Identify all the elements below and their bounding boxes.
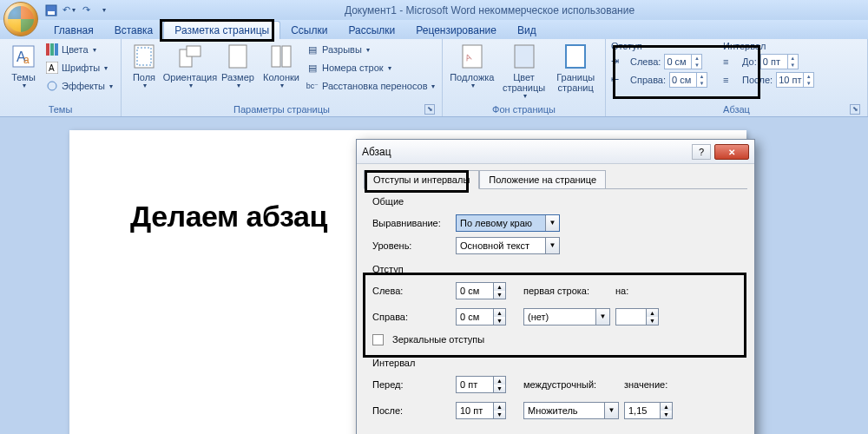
dialog-title: Абзац (362, 146, 692, 158)
svg-rect-17 (282, 46, 291, 67)
tab-mailings[interactable]: Рассылки (338, 22, 405, 39)
level-label: Уровень: (372, 240, 450, 251)
themes-icon: Aa (10, 43, 37, 70)
by-label: на: (615, 286, 650, 296)
page-borders-button[interactable]: Границы страниц (551, 41, 600, 93)
effects-icon (45, 79, 59, 93)
watermark-icon: A (458, 43, 486, 70)
group-label-paragraph: Абзац (723, 104, 750, 115)
theme-fonts-button[interactable]: AШрифты▾ (45, 59, 113, 76)
spacing-after-icon: ≡ (723, 75, 739, 85)
colors-icon (45, 43, 59, 56)
svg-rect-1 (48, 11, 55, 15)
spacing-after-input[interactable]: 10 пт▲▼ (776, 72, 814, 88)
line-spacing-select[interactable]: Множитель▼ (523, 402, 619, 419)
orientation-icon (176, 43, 204, 70)
dialog-close-button[interactable] (714, 144, 749, 160)
spacing-before-input[interactable]: 0 пт▲▼ (760, 54, 799, 69)
svg-rect-20 (515, 45, 534, 68)
tab-page-layout[interactable]: Разметка страницы (163, 21, 280, 39)
dlg-after-label: После: (372, 405, 450, 416)
margins-icon (130, 43, 158, 70)
general-section-label: Общие (372, 196, 739, 207)
theme-colors-button[interactable]: Цвета▾ (45, 41, 113, 58)
dialog-tab-position[interactable]: Положение на странице (479, 170, 606, 189)
dlg-right-label: Справа: (372, 312, 450, 322)
mirror-checkbox[interactable] (372, 334, 384, 345)
mirror-label: Зеркальные отступы (392, 334, 484, 345)
page-setup-launcher[interactable]: ⬊ (424, 104, 435, 115)
group-label-page-setup: Параметры страницы (233, 104, 330, 115)
line-numbers-button[interactable]: ▤Номера строк▾ (306, 59, 435, 76)
quick-access-toolbar: ↶▾ ↷ ▾ (43, 3, 111, 18)
indent-title: Отступ (611, 41, 707, 51)
indent-left-input[interactable]: 0 см▲▼ (664, 54, 702, 69)
dlg-after-input[interactable]: 10 пт▲▼ (456, 402, 506, 419)
hyphenation-icon: bc⁻ (306, 79, 319, 93)
tab-review[interactable]: Рецензирование (405, 22, 507, 39)
qat-customize-icon[interactable]: ▾ (95, 3, 111, 18)
size-icon (224, 43, 252, 70)
redo-icon[interactable]: ↷ (78, 3, 94, 18)
page-color-button[interactable]: Цвет страницы▾ (500, 41, 549, 101)
office-button[interactable] (3, 2, 38, 36)
svg-text:A: A (49, 63, 55, 73)
svg-rect-6 (50, 43, 54, 56)
at-label: значение: (624, 379, 676, 390)
svg-rect-7 (55, 43, 58, 56)
tab-insert[interactable]: Вставка (104, 22, 164, 39)
group-label-themes: Темы (5, 103, 115, 116)
level-select[interactable]: Основной текст▼ (456, 237, 560, 254)
tab-home[interactable]: Главная (43, 22, 104, 39)
themes-button[interactable]: Aa Темы▾ (5, 41, 42, 90)
first-line-by-input[interactable]: ▲▼ (615, 308, 659, 326)
svg-rect-21 (566, 45, 585, 68)
margins-button[interactable]: Поля▾ (127, 41, 161, 90)
dialog-tab-indents[interactable]: Отступы и интервалы (364, 170, 479, 189)
alignment-label: Выравнивание: (372, 218, 450, 228)
first-line-select[interactable]: (нет)▼ (523, 308, 610, 326)
svg-point-10 (48, 82, 56, 90)
svg-rect-16 (272, 46, 280, 67)
watermark-button[interactable]: AПодложка▾ (448, 41, 496, 90)
indent-right-icon: ⇤ (611, 74, 627, 85)
svg-text:a: a (23, 54, 30, 66)
dlg-before-label: Перед: (372, 379, 450, 390)
first-line-label: первая строка: (523, 286, 610, 296)
line-spacing-at-input[interactable]: 1,15▲▼ (624, 402, 673, 419)
alignment-select[interactable]: По левому краю▼ (456, 214, 560, 232)
indent-left-icon: ⇥ (611, 56, 627, 67)
dlg-before-input[interactable]: 0 пт▲▼ (456, 376, 506, 393)
undo-icon[interactable]: ↶▾ (61, 3, 76, 18)
columns-button[interactable]: Колонки▾ (260, 41, 302, 90)
dlg-right-input[interactable]: 0 см▲▼ (456, 308, 506, 326)
line-numbers-icon: ▤ (306, 61, 319, 75)
theme-effects-button[interactable]: Эффекты▾ (45, 77, 113, 95)
svg-rect-5 (46, 43, 49, 56)
fonts-icon: A (45, 61, 59, 75)
line-spacing-label: междустрочный: (523, 379, 619, 390)
page-color-icon (510, 43, 538, 70)
breaks-button[interactable]: ▤Разрывы▾ (306, 41, 435, 58)
tab-view[interactable]: Вид (507, 22, 547, 39)
indent-section-label: Отступ (372, 264, 739, 274)
dlg-left-label: Слева: (372, 286, 450, 296)
ribbon-tabs: Главная Вставка Разметка страницы Ссылки… (0, 20, 868, 39)
breaks-icon: ▤ (306, 43, 319, 56)
spacing-before-icon: ≡ (723, 56, 739, 67)
tab-references[interactable]: Ссылки (280, 22, 338, 39)
indent-right-input[interactable]: 0 см▲▼ (669, 72, 707, 88)
size-button[interactable]: Размер▾ (219, 41, 257, 90)
svg-rect-14 (187, 46, 201, 56)
spacing-title: Интервал (723, 41, 814, 51)
dialog-help-button[interactable]: ? (692, 144, 711, 160)
window-title: Документ1 - Microsoft Word некоммерческо… (111, 4, 868, 16)
columns-icon (267, 43, 295, 70)
paragraph-launcher[interactable]: ⬊ (850, 104, 860, 115)
save-icon[interactable] (43, 3, 59, 18)
ribbon: Aa Темы▾ Цвета▾ AШрифты▾ Эффекты▾ Темы П… (0, 39, 868, 117)
group-label-page-bg: Фон страницы (448, 103, 600, 116)
dlg-left-input[interactable]: 0 см▲▼ (456, 282, 506, 299)
orientation-button[interactable]: Ориентация▾ (165, 41, 215, 90)
hyphenation-button[interactable]: bc⁻Расстановка переносов▾ (306, 77, 435, 95)
